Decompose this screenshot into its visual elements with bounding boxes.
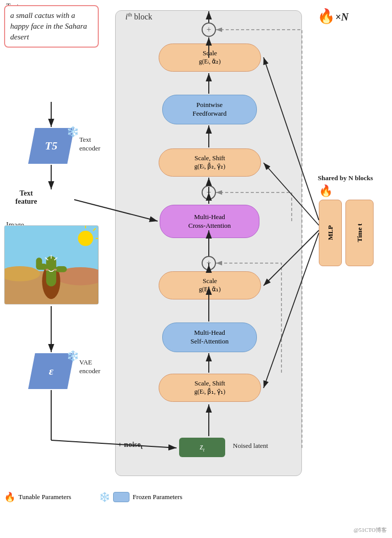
text-feature-label: Text feature	[15, 189, 37, 206]
t5-label: T5	[45, 139, 57, 153]
frozen-label: Frozen Parameters	[133, 493, 182, 501]
times-n-label: ×N	[335, 11, 349, 23]
svg-rect-8	[36, 257, 42, 269]
legend: 🔥 Tunable Parameters ❄️ Frozen Parameter…	[4, 491, 182, 503]
text-input-content: a small cactus with a happy face in the …	[10, 11, 87, 41]
cross-attention-node: Multi-Head Cross-Attention	[160, 205, 259, 238]
t5-snowflake-icon: ❄️	[67, 125, 79, 138]
fire-legend-icon: 🔥	[4, 491, 15, 503]
block-th: th	[127, 11, 132, 17]
svg-point-16	[78, 231, 93, 246]
plus-circle-3: +	[202, 256, 216, 270]
mlp-box: MLP	[319, 200, 342, 266]
text-input-box: a small cactus with a happy face in the …	[4, 5, 99, 48]
vae-snowflake-icon: ❄️	[67, 350, 79, 362]
svg-point-15	[54, 269, 57, 271]
cactus-image	[4, 225, 99, 305]
legend-tunable: 🔥 Tunable Parameters	[4, 491, 71, 503]
watermark: @51CTO博客	[354, 526, 387, 534]
legend-frozen: ❄️ Frozen Parameters	[99, 491, 182, 503]
plus-noise-label: + noiset	[118, 440, 143, 451]
main-block	[115, 10, 302, 476]
scale-shift-node-2: Scale, Shift g(Eᵢ, β̄₂, γ̄₂)	[159, 148, 261, 177]
plus-circle-2: +	[202, 185, 216, 200]
frozen-color-box	[113, 492, 129, 502]
vae-label: ε	[49, 364, 53, 378]
svg-point-14	[46, 269, 49, 271]
block-label: ith block	[125, 11, 153, 21]
snowflake-legend-icon: ❄️	[99, 491, 110, 503]
fire-icon-right: 🔥	[319, 184, 333, 198]
time-box: Time t	[345, 200, 374, 266]
fire-icon-top: 🔥	[317, 8, 335, 25]
plus-circle-1: +	[202, 23, 216, 37]
shared-label: Shared by N blocks	[312, 174, 379, 183]
self-attention-node: Multi-Head Self-Attention	[162, 322, 257, 352]
t5-sublabel: Text encoder	[79, 136, 100, 153]
vae-sublabel: VAE encoder	[79, 358, 100, 376]
page-container: Text a small cactus with a happy face in…	[0, 0, 392, 538]
scale-node-1: Scale g(Eᵢ, ᾱ₂)	[159, 44, 261, 72]
noised-latent-label: Noised latent	[233, 442, 268, 450]
tunable-label: Tunable Parameters	[18, 493, 71, 501]
feedforward-node: Pointwise Feedforward	[162, 95, 257, 124]
scale-node-2: Scale g(Eᵢ, ᾱ₁)	[159, 271, 261, 299]
zt-box: zt	[179, 438, 225, 457]
scale-shift-node-1: Scale, Shift g(Eᵢ, β̄₁, γ̄₁)	[159, 374, 261, 402]
svg-rect-7	[56, 266, 67, 272]
